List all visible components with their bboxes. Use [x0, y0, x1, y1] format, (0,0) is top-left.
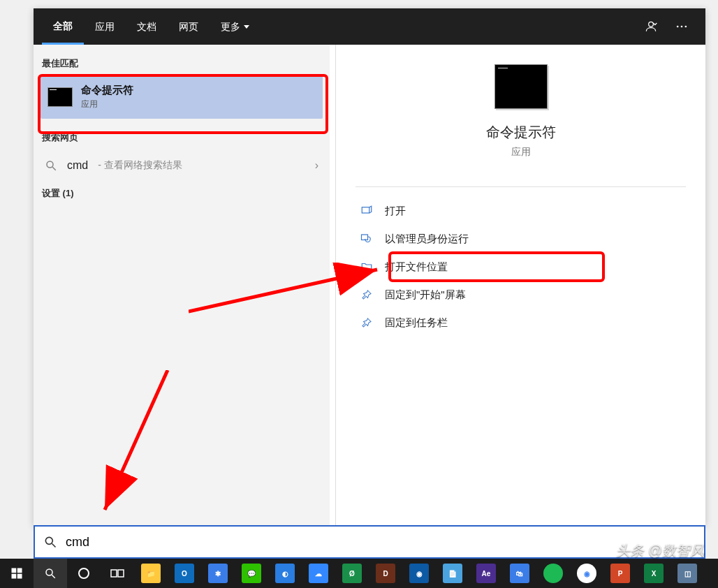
- taskbar-app-spotify[interactable]: [536, 559, 570, 588]
- taskbar-app-excel[interactable]: X: [637, 559, 671, 588]
- taskbar-app-blue[interactable]: ✱: [201, 559, 235, 588]
- svg-line-11: [52, 544, 56, 547]
- action-pin-start[interactable]: 固定到"开始"屏幕: [356, 281, 686, 309]
- action-open[interactable]: 打开: [356, 197, 686, 225]
- pin-icon: [360, 288, 374, 302]
- svg-rect-13: [17, 568, 22, 573]
- taskbar-app-edge[interactable]: ◉: [402, 559, 436, 588]
- pin-icon: [360, 316, 374, 330]
- cortana-button[interactable]: [67, 559, 101, 588]
- tab-more[interactable]: 更多: [210, 8, 261, 45]
- taskbar-app-chrome[interactable]: ◉: [570, 559, 603, 588]
- taskbar-app-outlook[interactable]: O: [168, 559, 201, 588]
- web-query-text: cmd: [67, 159, 88, 172]
- open-icon: [360, 204, 374, 218]
- account-icon[interactable]: [636, 8, 666, 45]
- svg-point-2: [681, 26, 683, 28]
- tab-web[interactable]: 网页: [168, 8, 210, 45]
- web-search-result[interactable]: cmd - 查看网络搜索结果 ›: [34, 149, 330, 182]
- taskbar-app-dingtalk[interactable]: ◐: [268, 559, 302, 588]
- tab-all[interactable]: 全部: [42, 8, 84, 45]
- action-pin-taskbar-label: 固定到任务栏: [385, 316, 448, 330]
- taskbar-app-misc[interactable]: ◫: [671, 559, 704, 588]
- action-pin-start-label: 固定到"开始"屏幕: [385, 288, 466, 302]
- action-open-location[interactable]: 打开文件位置: [356, 253, 686, 281]
- taskbar-app-notes[interactable]: 📄: [436, 559, 469, 588]
- action-location-label: 打开文件位置: [385, 260, 448, 274]
- taskbar: 📁 O ✱ 💬 ◐ ☁ Ø D ◉ 📄 Ae 🛍 ◉ P X ◫: [0, 559, 718, 588]
- web-query-hint: - 查看网络搜索结果: [98, 159, 182, 172]
- tab-more-label: 更多: [221, 9, 240, 44]
- preview-title: 命令提示符: [486, 123, 556, 142]
- tabs-bar: 全部 应用 文档 网页 更多: [34, 8, 705, 45]
- taskbar-app-green[interactable]: Ø: [335, 559, 369, 588]
- settings-label[interactable]: 设置 (1): [34, 182, 330, 205]
- tab-docs[interactable]: 文档: [126, 8, 168, 45]
- svg-line-5: [52, 167, 56, 170]
- search-web-label: 搜索网页: [34, 126, 330, 149]
- search-box[interactable]: [34, 525, 705, 559]
- taskbar-app-explorer[interactable]: 📁: [134, 559, 168, 588]
- svg-rect-19: [111, 570, 117, 577]
- preview-app-icon: [494, 64, 548, 109]
- best-match-title: 命令提示符: [81, 84, 133, 97]
- taskbar-app-powerpoint[interactable]: P: [603, 559, 637, 588]
- action-run-admin[interactable]: 以管理员身份运行: [356, 225, 686, 253]
- svg-rect-12: [12, 568, 17, 573]
- cmd-app-icon: [47, 87, 73, 107]
- svg-rect-15: [17, 574, 22, 579]
- task-view-button[interactable]: [101, 559, 134, 588]
- svg-rect-20: [118, 570, 124, 577]
- taskbar-app-diablo[interactable]: D: [369, 559, 402, 588]
- tab-apps[interactable]: 应用: [84, 8, 126, 45]
- svg-point-10: [45, 537, 52, 544]
- best-match-subtitle: 应用: [81, 98, 133, 110]
- taskbar-app-ae[interactable]: Ae: [469, 559, 503, 588]
- actions-list: 打开 以管理员身份运行 打开文件位置 固定到"开始"屏幕 固定到任务栏: [336, 186, 705, 337]
- svg-point-16: [46, 569, 52, 575]
- svg-point-18: [79, 568, 89, 578]
- chevron-right-icon: ›: [315, 159, 318, 172]
- taskbar-search-button[interactable]: [34, 559, 67, 588]
- svg-point-4: [47, 161, 53, 168]
- svg-point-3: [685, 26, 687, 28]
- action-open-label: 打开: [385, 205, 406, 218]
- more-options-icon[interactable]: [666, 8, 697, 45]
- svg-line-17: [52, 575, 55, 578]
- preview-column: 命令提示符 应用 打开 以管理员身份运行 打开文件位置 固定到: [335, 45, 705, 525]
- divider: [356, 186, 686, 187]
- best-match-label: 最佳匹配: [34, 52, 330, 75]
- search-input[interactable]: [66, 535, 696, 550]
- shield-icon: [360, 232, 374, 246]
- action-pin-taskbar[interactable]: 固定到任务栏: [356, 309, 686, 337]
- results-column: 最佳匹配 命令提示符 应用 搜索网页 cmd - 查看网络搜索结果 › 设置 (…: [34, 45, 330, 525]
- content-area: 最佳匹配 命令提示符 应用 搜索网页 cmd - 查看网络搜索结果 › 设置 (…: [34, 45, 705, 525]
- preview-subtitle: 应用: [511, 146, 531, 159]
- action-admin-label: 以管理员身份运行: [385, 233, 469, 246]
- svg-rect-7: [362, 235, 368, 240]
- start-button[interactable]: [0, 559, 34, 588]
- taskbar-app-wechat[interactable]: 💬: [235, 559, 268, 588]
- search-icon: [45, 159, 57, 172]
- best-match-result[interactable]: 命令提示符 应用: [41, 75, 323, 119]
- chevron-down-icon: [244, 25, 249, 29]
- svg-point-0: [649, 22, 654, 27]
- svg-rect-6: [362, 207, 369, 213]
- svg-rect-14: [12, 574, 17, 579]
- svg-point-1: [677, 26, 679, 28]
- folder-icon: [360, 260, 374, 274]
- taskbar-app-store[interactable]: 🛍: [503, 559, 536, 588]
- taskbar-app-baidu[interactable]: ☁: [302, 559, 335, 588]
- search-icon: [43, 535, 57, 549]
- search-panel: 全部 应用 文档 网页 更多 最佳匹配 命令提示符 应用 搜索网页: [34, 8, 705, 525]
